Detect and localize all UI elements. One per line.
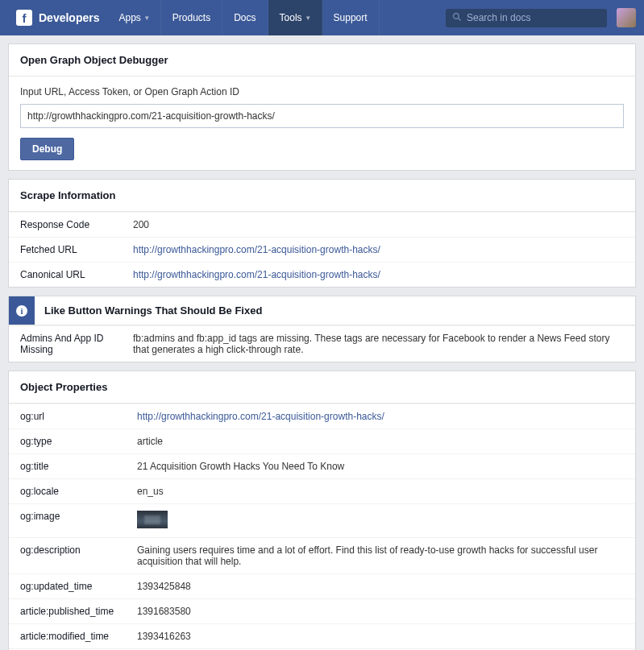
row-key: Canonical URL (9, 263, 122, 288)
url-input[interactable] (20, 104, 624, 128)
row-value: en_us (126, 479, 635, 504)
nav-item-tools[interactable]: Tools▾ (268, 0, 322, 35)
chevron-down-icon: ▾ (145, 14, 149, 22)
row-value: 200 (122, 213, 635, 238)
scrape-info-panel: Scrape Information Response Code200Fetch… (8, 179, 636, 288)
table-row: og:image (9, 504, 635, 538)
link[interactable]: http://growthhackingpro.com/21-acquisiti… (137, 411, 384, 422)
table-row: og:urlhttp://growthhackingpro.com/21-acq… (9, 404, 635, 429)
search-icon (452, 12, 462, 24)
table-row: og:descriptionGaining users requires tim… (9, 538, 635, 574)
table-row: Fetched URLhttp://growthhackingpro.com/2… (9, 238, 635, 263)
warnings-table: Admins And App ID Missingfb:admins and f… (9, 325, 635, 362)
nav-item-label: Tools (280, 12, 302, 23)
svg-line-1 (459, 18, 461, 20)
nav-item-label: Products (172, 12, 210, 23)
row-key: og:type (9, 429, 126, 454)
brand[interactable]: f Developers (8, 0, 107, 35)
nav-item-products[interactable]: Products (161, 0, 222, 35)
link[interactable]: http://growthhackingpro.com/21-acquisiti… (133, 244, 380, 255)
og-image-thumbnail[interactable] (137, 511, 168, 528)
row-key: Fetched URL (9, 238, 122, 263)
debugger-panel: Open Graph Object Debugger Input URL, Ac… (8, 43, 636, 171)
warnings-header: i Like Button Warnings That Should Be Fi… (9, 296, 635, 325)
info-icon: i (9, 296, 35, 325)
row-key: og:description (9, 538, 126, 574)
nav-item-label: Docs (234, 12, 256, 23)
table-row: article:published_time1391683580 (9, 599, 635, 624)
table-row: Response Code200 (9, 213, 635, 238)
row-key: article:modified_time (9, 624, 126, 649)
debugger-title: Open Graph Object Debugger (9, 44, 635, 77)
row-value (126, 504, 635, 538)
row-key: og:url (9, 404, 126, 429)
row-key: og:title (9, 454, 126, 479)
row-value: 1391683580 (126, 599, 635, 624)
nav-item-support[interactable]: Support (322, 0, 380, 35)
table-row: Canonical URLhttp://growthhackingpro.com… (9, 263, 635, 288)
svg-point-0 (454, 13, 459, 19)
row-key: og:updated_time (9, 574, 126, 599)
search-box[interactable] (446, 9, 607, 27)
top-nav: f Developers Apps▾ProductsDocsTools▾Supp… (0, 0, 644, 35)
facebook-icon: f (16, 10, 32, 26)
row-key: og:locale (9, 479, 126, 504)
row-value: http://growthhackingpro.com/21-acquisiti… (126, 404, 635, 429)
row-value: http://growthhackingpro.com/21-acquisiti… (122, 238, 635, 263)
avatar[interactable] (617, 8, 636, 27)
link[interactable]: http://growthhackingpro.com/21-acquisiti… (133, 269, 380, 280)
warnings-header-text: Like Button Warnings That Should Be Fixe… (35, 296, 635, 325)
table-row: og:updated_time1393425848 (9, 574, 635, 599)
row-value: article (126, 429, 635, 454)
scrape-title: Scrape Information (9, 180, 635, 212)
table-row: og:title21 Acquisition Growth Hacks You … (9, 454, 635, 479)
nav-item-label: Support (334, 12, 368, 23)
row-value: http://growthhackingpro.com/21-acquisiti… (122, 263, 635, 288)
nav-item-docs[interactable]: Docs (222, 0, 268, 35)
table-row: Admins And App ID Missingfb:admins and f… (9, 326, 635, 362)
row-value: fb:admins and fb:app_id tags are missing… (122, 326, 635, 362)
row-key: article:published_time (9, 599, 126, 624)
row-key: Admins And App ID Missing (9, 326, 122, 362)
url-input-label: Input URL, Access Token, or Open Graph A… (20, 86, 624, 97)
row-key: og:image (9, 504, 126, 538)
warnings-panel: i Like Button Warnings That Should Be Fi… (8, 296, 636, 362)
debug-button[interactable]: Debug (20, 138, 74, 160)
brand-label: Developers (39, 11, 99, 24)
row-value: Gaining users requires time and a lot of… (126, 538, 635, 574)
nav-item-label: Apps (118, 12, 140, 23)
object-properties-title: Object Properties (9, 371, 635, 404)
svg-text:i: i (20, 306, 23, 316)
row-value: 1393425848 (126, 574, 635, 599)
table-row: og:typearticle (9, 429, 635, 454)
row-value: 21 Acquisition Growth Hacks You Need To … (126, 454, 635, 479)
object-properties-panel: Object Properties og:urlhttp://growthhac… (8, 371, 636, 650)
scrape-table: Response Code200Fetched URLhttp://growth… (9, 212, 635, 287)
properties-table: og:urlhttp://growthhackingpro.com/21-acq… (9, 404, 635, 650)
nav-item-apps[interactable]: Apps▾ (107, 0, 160, 35)
table-row: article:modified_time1393416263 (9, 624, 635, 649)
table-row: og:localeen_us (9, 479, 635, 504)
search-input[interactable] (467, 12, 600, 23)
row-value: 1393416263 (126, 624, 635, 649)
chevron-down-icon: ▾ (306, 14, 310, 22)
row-key: Response Code (9, 213, 122, 238)
